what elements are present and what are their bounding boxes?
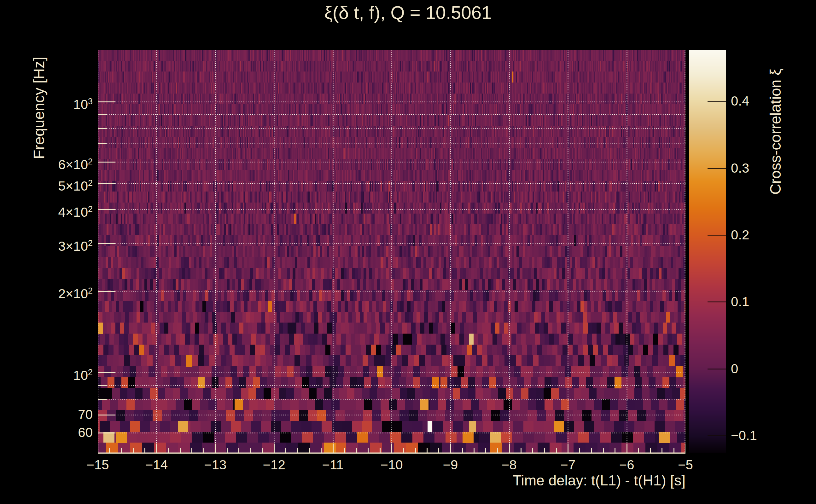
x-tick-label: −6 [598, 457, 655, 473]
y-tick-label: 60 [0, 424, 93, 441]
y-tick-label: 3×102 [0, 235, 93, 255]
y-tick-label: 102 [0, 364, 93, 384]
colorbar-tick-label: 0.2 [731, 227, 749, 243]
colorbar-canvas [689, 50, 726, 453]
y-tick-label: 6×102 [0, 153, 93, 173]
y-tick-label: 4×102 [0, 201, 93, 221]
x-tick-label: −8 [481, 457, 537, 473]
x-tick-label: −10 [363, 457, 420, 473]
x-axis-label: Time delay: t(L1) - t(H1) [s] [370, 472, 686, 489]
x-tick-label: −9 [422, 457, 479, 473]
y-tick-label: 70 [0, 406, 93, 423]
x-tick-label: −15 [69, 457, 126, 473]
colorbar-tick-label: −0.1 [731, 427, 757, 444]
plot-title: ξ(δ t, f), Q = 10.5061 [0, 3, 816, 23]
colorbar-tick-label: 0 [731, 361, 738, 377]
x-tick-label: −12 [246, 457, 302, 473]
colorbar-tick-label: 0.3 [731, 160, 749, 176]
x-tick-label: −13 [187, 457, 244, 473]
colorbar-tick-label: 0.4 [731, 93, 749, 109]
colorbar-label: Cross-correlation ξ [767, 69, 784, 195]
heatmap-canvas [98, 50, 686, 454]
y-tick-label: 5×102 [0, 175, 93, 194]
qscan-figure: ξ(δ t, f), Q = 10.5061 Frequency [Hz] 10… [0, 0, 816, 504]
x-tick-label: −11 [305, 457, 361, 473]
x-tick-label: −5 [657, 457, 714, 473]
colorbar-tick-label: 0.1 [731, 294, 749, 310]
y-tick-label: 103 [0, 93, 93, 113]
x-tick-label: −14 [128, 457, 185, 473]
x-tick-label: −7 [539, 457, 596, 473]
y-tick-label: 2×102 [0, 283, 93, 302]
